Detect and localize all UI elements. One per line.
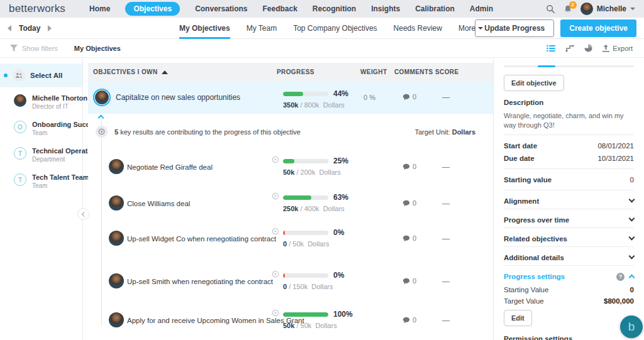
nav-item-calibration[interactable]: Calibration bbox=[415, 4, 455, 13]
betterworks-logo[interactable]: betterworks bbox=[9, 3, 65, 15]
section-additional-details[interactable]: Additional details bbox=[504, 254, 634, 261]
panel-tab-scrollbar[interactable] bbox=[504, 65, 634, 67]
objective-view-tabs: My Objectives My Team Top Company Object… bbox=[179, 18, 483, 39]
progress-bar bbox=[283, 195, 328, 200]
section-related-objectives[interactable]: Related objectives bbox=[504, 235, 634, 243]
owners-sidebar: Select All Michelle Thorton Director of … bbox=[0, 58, 83, 340]
comments-cell[interactable]: 0 bbox=[402, 277, 416, 285]
column-header-score[interactable]: SCORE bbox=[435, 69, 459, 75]
export-icon bbox=[602, 45, 609, 52]
objectives-toolbar: Today My Objectives My Team Top Company … bbox=[0, 18, 644, 39]
description-text: Wrangle, negotiate, charm, and win my wa… bbox=[504, 111, 634, 130]
nav-item-objectives[interactable]: Objectives bbox=[125, 2, 180, 16]
column-header-comments[interactable]: COMMENTS bbox=[394, 69, 433, 75]
sidebar-item-tech-talent-team[interactable]: T Tech Talent Team Team bbox=[0, 167, 82, 193]
export-button[interactable]: Export bbox=[602, 45, 633, 52]
group-people-icon bbox=[13, 69, 25, 82]
key-result-target-icon bbox=[96, 126, 108, 138]
date-navigator: Today bbox=[8, 24, 52, 33]
comment-bubble-icon bbox=[402, 94, 410, 101]
sidebar-item-onboarding-success[interactable]: O Onboarding Succ... Team bbox=[0, 114, 82, 140]
key-result-row[interactable]: Close Williams deal 63% 250k / 400k Doll… bbox=[88, 185, 493, 221]
comment-count: 0 bbox=[413, 163, 416, 170]
comment-count: 0 bbox=[413, 93, 416, 101]
key-result-title[interactable]: Close Williams deal bbox=[127, 200, 195, 207]
nav-item-admin[interactable]: Admin bbox=[470, 4, 493, 13]
divider bbox=[504, 190, 634, 190]
start-date-value: 08/01/2021 bbox=[597, 142, 634, 150]
key-result-row[interactable]: Up-sell Widget Co when renegotiating con… bbox=[88, 220, 493, 256]
key-result-title[interactable]: Up-sell Widget Co when renegotiating con… bbox=[127, 235, 281, 243]
edit-progress-settings-button[interactable]: Edit bbox=[504, 310, 532, 326]
update-progress-button[interactable]: Update Progress bbox=[475, 19, 554, 37]
divider bbox=[504, 228, 634, 228]
key-result-title[interactable]: Apply for and receive Upcoming Women in … bbox=[127, 317, 309, 324]
list-view-icon[interactable] bbox=[547, 45, 555, 52]
sidebar-item-select-all[interactable]: Select All bbox=[0, 63, 82, 87]
tab-my-team[interactable]: My Team bbox=[247, 18, 277, 39]
team-initial-icon: T bbox=[14, 147, 26, 160]
owner-subtitle: Director of IT bbox=[32, 102, 87, 111]
key-result-row[interactable]: Negotiate Red Giraffe deal 25% 50k / 200… bbox=[88, 148, 493, 185]
section-progress-over-time[interactable]: Progress over time bbox=[504, 216, 634, 224]
nav-item-home[interactable]: Home bbox=[89, 4, 110, 13]
tab-top-company-objectives[interactable]: Top Company Objectives bbox=[293, 18, 377, 39]
section-progress-settings[interactable]: Progress settings ? bbox=[504, 273, 634, 281]
progress-values: 50k / 200k Dollars bbox=[283, 168, 348, 176]
column-header-progress[interactable]: PROGRESS bbox=[277, 69, 314, 75]
nav-item-insights[interactable]: Insights bbox=[371, 4, 400, 13]
score-value: — bbox=[442, 199, 450, 208]
filter-context-label[interactable]: My Objectives bbox=[74, 45, 121, 52]
ps-target-value-label: Target Value bbox=[504, 297, 544, 305]
notification-count-badge: 2 bbox=[569, 1, 577, 9]
objective-title[interactable]: Capitalize on new sales opportunities bbox=[116, 93, 240, 102]
chevron-up-icon bbox=[629, 274, 635, 280]
divider bbox=[504, 168, 634, 169]
key-result-title[interactable]: Negotiate Red Giraffe deal bbox=[127, 163, 218, 171]
column-header-objectives-i-own[interactable]: OBJECTIVES I OWN bbox=[93, 69, 168, 75]
comments-cell[interactable]: 0 bbox=[402, 234, 416, 242]
notifications-bell-icon[interactable]: 2 bbox=[564, 4, 572, 14]
sidebar-collapse-button[interactable] bbox=[77, 208, 89, 220]
key-result-owner-avatar bbox=[109, 273, 124, 288]
next-period-arrow-icon[interactable] bbox=[48, 25, 52, 31]
tab-my-objectives[interactable]: My Objectives bbox=[179, 18, 230, 39]
help-icon[interactable]: ? bbox=[616, 273, 625, 281]
key-result-row[interactable]: Up-sell Smith when renegotiating the con… bbox=[88, 263, 493, 299]
tab-needs-review[interactable]: Needs Review bbox=[394, 18, 442, 39]
pie-chart-view-icon[interactable] bbox=[584, 44, 592, 52]
section-alignment[interactable]: Alignment bbox=[504, 197, 634, 205]
sort-ascending-icon bbox=[162, 70, 168, 74]
search-icon[interactable] bbox=[546, 4, 555, 14]
tree-view-icon[interactable] bbox=[565, 45, 574, 52]
comments-cell[interactable]: 0 bbox=[402, 93, 416, 101]
comments-cell[interactable]: 0 bbox=[402, 199, 416, 207]
sidebar-item-michelle-thorton[interactable]: Michelle Thorton Director of IT bbox=[0, 87, 82, 114]
key-results-summary: 5 key results are contributing to the pr… bbox=[114, 128, 301, 136]
table-header-row: OBJECTIVES I OWN PROGRESS WEIGHT COMMENT… bbox=[88, 63, 493, 81]
show-filters-button[interactable]: Show filters bbox=[10, 45, 58, 52]
nav-item-feedback[interactable]: Feedback bbox=[262, 4, 297, 13]
create-objective-button[interactable]: Create objective bbox=[560, 19, 636, 37]
divider bbox=[504, 246, 634, 247]
column-header-weight[interactable]: WEIGHT bbox=[360, 69, 387, 75]
objective-row[interactable]: Capitalize on new sales opportunities 44… bbox=[88, 81, 493, 114]
previous-period-arrow-icon[interactable] bbox=[8, 25, 11, 31]
edit-objective-button[interactable]: Edit objective bbox=[504, 75, 564, 91]
key-result-title[interactable]: Up-sell Smith when renegotiating the con… bbox=[127, 278, 278, 285]
sidebar-item-technical-operations[interactable]: T Technical Operati... Department bbox=[0, 140, 82, 167]
user-menu[interactable]: Michelle bbox=[580, 3, 635, 15]
betterworks-chat-fab[interactable]: b bbox=[620, 315, 643, 338]
comments-cell[interactable]: 0 bbox=[402, 316, 416, 324]
tab-more[interactable]: More bbox=[458, 18, 483, 39]
nav-item-conversations[interactable]: Conversations bbox=[195, 4, 247, 13]
date-label[interactable]: Today bbox=[19, 24, 40, 33]
nav-item-recognition[interactable]: Recognition bbox=[313, 4, 356, 13]
owner-name: Tech Talent Team bbox=[32, 173, 89, 182]
progress-values: 250k / 400k Dollars bbox=[283, 205, 348, 212]
scrollbar-thumb[interactable] bbox=[538, 65, 555, 67]
key-result-row[interactable]: Apply for and receive Upcoming Women in … bbox=[88, 302, 493, 338]
chevron-down-icon bbox=[478, 27, 483, 30]
top-nav-items: Home Objectives Conversations Feedback R… bbox=[89, 2, 493, 16]
comments-cell[interactable]: 0 bbox=[402, 163, 416, 170]
